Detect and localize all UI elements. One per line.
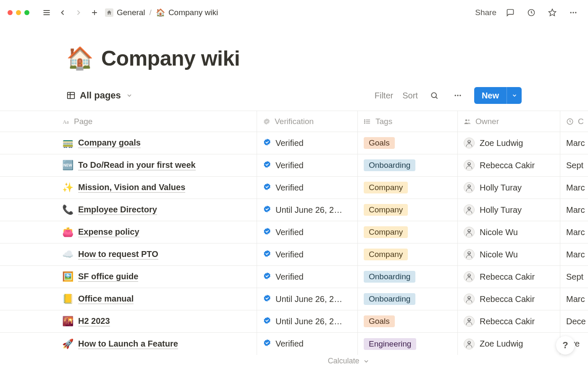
- table-row[interactable]: 📞 Employee Directory Until June 26, 2… C…: [0, 199, 588, 221]
- chevron-down-icon: [126, 92, 133, 99]
- page-content: 🏠 Company wiki All pages Filter Sort New: [0, 25, 588, 365]
- verified-badge-icon: [263, 272, 271, 282]
- cell-owner: Zoe Ludwig: [458, 333, 560, 355]
- row-title-link[interactable]: Mission, Vision and Values: [78, 183, 185, 193]
- window-controls: [8, 10, 29, 15]
- breadcrumb-parent[interactable]: General: [117, 8, 145, 17]
- menu-icon[interactable]: [39, 5, 54, 20]
- column-header-tags[interactable]: Tags: [358, 111, 458, 132]
- back-icon[interactable]: [55, 5, 70, 20]
- cell-owner: Holly Turay: [458, 177, 560, 199]
- page-icon[interactable]: 🏠: [66, 45, 94, 71]
- column-header-page[interactable]: Aa Page: [0, 111, 257, 132]
- row-emoji: 🚀: [62, 339, 73, 349]
- row-title-link[interactable]: H2 2023: [78, 316, 110, 326]
- verified-badge-icon: [263, 205, 271, 215]
- table-row[interactable]: ✨ Mission, Vision and Values Verified Co…: [0, 177, 588, 199]
- table-row[interactable]: 🌇 H2 2023 Until June 26, 2… Goals Rebecc…: [0, 310, 588, 333]
- row-title-link[interactable]: Office manual: [78, 294, 134, 304]
- cell-page: 🆕 To Do/Read in your first week: [0, 154, 257, 176]
- column-header-owner[interactable]: Owner: [458, 111, 560, 132]
- maximize-window[interactable]: [24, 10, 29, 15]
- table-row[interactable]: ☁️ How to request PTO Verified Company N…: [0, 244, 588, 266]
- new-button-dropdown[interactable]: [507, 87, 522, 104]
- verification-text: Verified: [276, 138, 304, 148]
- cell-owner: Rebecca Cakir: [458, 288, 560, 310]
- filter-button[interactable]: Filter: [375, 91, 393, 101]
- svg-point-23: [365, 121, 365, 122]
- cell-tags: Onboarding: [358, 154, 458, 176]
- person-property-icon: [464, 118, 471, 125]
- help-button[interactable]: ?: [556, 336, 575, 355]
- cell-date: Marc: [560, 244, 588, 265]
- calculate-row[interactable]: Calculate: [0, 357, 588, 365]
- view-selector[interactable]: All pages: [66, 90, 133, 101]
- forward-icon[interactable]: [71, 5, 86, 20]
- cell-date: Marc: [560, 132, 588, 154]
- verified-badge-icon: [263, 138, 271, 148]
- table-row[interactable]: 🚀 How to Launch a Feature Verified Engin…: [0, 333, 588, 355]
- column-header-verification[interactable]: Verification: [257, 111, 358, 132]
- owner-name: Nicole Wu: [480, 250, 518, 259]
- chevron-down-icon: [363, 358, 370, 365]
- favorite-icon[interactable]: [545, 5, 559, 20]
- row-title-link[interactable]: Employee Directory: [78, 205, 157, 215]
- tag-pill: Goals: [364, 137, 395, 149]
- svg-point-25: [465, 119, 467, 121]
- verification-text: Verified: [276, 272, 304, 282]
- table-row[interactable]: 📒 Office manual Until June 26, 2… Onboar…: [0, 288, 588, 310]
- table-row[interactable]: 👛 Expense policy Verified Company Nicole…: [0, 221, 588, 244]
- cell-page: 🚃 Company goals: [0, 132, 257, 154]
- verified-badge-icon: [263, 160, 271, 171]
- page-title[interactable]: Company wiki: [101, 46, 240, 71]
- cell-owner: Rebecca Cakir: [458, 310, 560, 332]
- row-title-link[interactable]: To Do/Read in your first week: [78, 160, 196, 170]
- comments-icon[interactable]: [503, 5, 517, 20]
- svg-point-8: [572, 12, 574, 13]
- verified-badge-icon: [263, 294, 271, 304]
- breadcrumb-current[interactable]: Company wiki: [168, 8, 218, 17]
- table-row[interactable]: 🖼️ SF office guide Verified Onboarding R…: [0, 266, 588, 288]
- table-row[interactable]: 🆕 To Do/Read in your first week Verified…: [0, 154, 588, 177]
- row-title-link[interactable]: SF office guide: [78, 272, 138, 282]
- cell-date: Marc: [560, 199, 588, 221]
- more-icon[interactable]: [566, 5, 580, 20]
- tag-pill: Goals: [364, 315, 395, 327]
- verification-text: Until June 26, 2…: [276, 205, 342, 215]
- cell-tags: Company: [358, 244, 458, 265]
- new-page-icon[interactable]: [87, 5, 102, 20]
- text-property-icon: Aa: [62, 118, 70, 125]
- sort-button[interactable]: Sort: [402, 91, 418, 101]
- row-title-link[interactable]: Expense policy: [78, 227, 139, 237]
- row-emoji: 👛: [62, 227, 73, 238]
- view-more-icon[interactable]: [451, 88, 465, 103]
- verification-text: Verified: [276, 183, 304, 193]
- cell-tags: Company: [358, 221, 458, 243]
- column-header-created[interactable]: C: [560, 111, 588, 132]
- updates-icon[interactable]: [524, 5, 538, 20]
- row-emoji: ✨: [62, 182, 73, 193]
- cell-page: 📞 Employee Directory: [0, 199, 257, 221]
- share-button[interactable]: Share: [475, 8, 496, 17]
- row-title-link[interactable]: Company goals: [78, 138, 141, 148]
- avatar: [464, 316, 475, 327]
- svg-point-22: [365, 119, 365, 120]
- svg-line-14: [436, 97, 437, 98]
- close-window[interactable]: [8, 10, 13, 15]
- verified-badge-icon: [263, 339, 271, 349]
- row-title-link[interactable]: How to request PTO: [78, 249, 158, 259]
- svg-point-26: [468, 119, 470, 121]
- new-button[interactable]: New: [474, 91, 507, 101]
- cell-page: 📒 Office manual: [0, 288, 257, 310]
- search-icon[interactable]: [427, 88, 441, 103]
- verification-text: Until June 26, 2…: [276, 294, 342, 304]
- verified-badge-icon: [263, 316, 271, 327]
- date-property-icon: [566, 118, 574, 125]
- avatar: [464, 271, 475, 282]
- cell-tags: Goals: [358, 310, 458, 332]
- table-row[interactable]: 🚃 Company goals Verified Goals Zoe Ludwi…: [0, 132, 588, 154]
- cell-page: ☁️ How to request PTO: [0, 244, 257, 265]
- minimize-window[interactable]: [16, 10, 21, 15]
- row-title-link[interactable]: How to Launch a Feature: [78, 339, 178, 349]
- page-header: 🏠 Company wiki: [0, 45, 588, 71]
